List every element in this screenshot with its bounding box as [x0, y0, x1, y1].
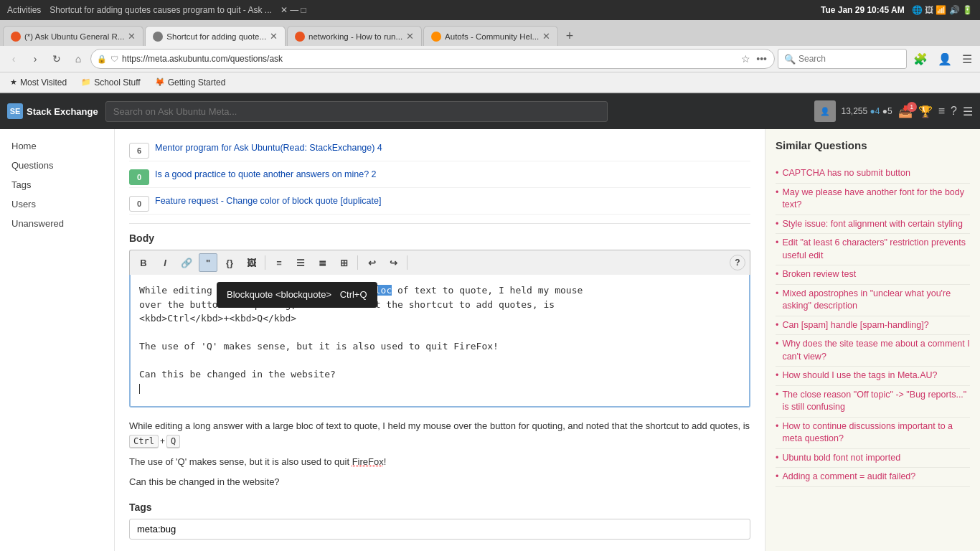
- sidebar-item-tags[interactable]: Tags: [0, 175, 114, 194]
- toolbar-indent[interactable]: ≣: [313, 253, 331, 272]
- se-achievements-icon[interactable]: 🏆: [918, 105, 933, 118]
- toolbar-code[interactable]: {}: [220, 253, 239, 272]
- browser-chrome: (*) Ask Ubuntu General R... ✕ Shortcut f…: [0, 20, 980, 93]
- toolbar-help[interactable]: ?: [730, 255, 745, 270]
- os-icons: 🌐 🖼 📶 🔊 🔋: [912, 5, 973, 15]
- preview-text-2: The use of 'Q' makes sense, but it is al…: [129, 455, 750, 470]
- tab-close-2[interactable]: ✕: [270, 31, 278, 42]
- editor-area[interactable]: Blockquote <blockquote> Ctrl+Q While edi…: [129, 275, 750, 408]
- profile-button[interactable]: 👤: [934, 50, 956, 68]
- tab-close-4[interactable]: ✕: [542, 31, 550, 42]
- sidebar-item-questions[interactable]: Questions: [0, 156, 114, 175]
- url-input[interactable]: [122, 54, 736, 64]
- se-logo-icon: SE: [7, 103, 23, 119]
- tab-close-1[interactable]: ✕: [128, 31, 136, 42]
- toolbar-image[interactable]: 🖼: [242, 253, 260, 272]
- section-divider: [129, 223, 750, 224]
- similar-item-0: • CAPTCHA has no submit button: [776, 164, 970, 184]
- extensions-button[interactable]: 🧩: [910, 50, 931, 68]
- similar-link-2[interactable]: Style issue: font alignment with certain…: [782, 218, 963, 231]
- toolbar-link[interactable]: 🔗: [177, 253, 196, 272]
- se-inbox-badge: 1: [907, 102, 917, 112]
- toolbar-unordered-list[interactable]: ☰: [291, 253, 310, 272]
- search-input[interactable]: [798, 54, 899, 64]
- new-tab-button[interactable]: +: [560, 26, 580, 46]
- similar-link-10[interactable]: How to continue discussions important to…: [782, 420, 970, 446]
- se-inbox-icon[interactable]: 📥 1: [898, 105, 913, 118]
- tooltip-shortcut: Ctrl+Q: [340, 289, 367, 300]
- address-bar[interactable]: 🔒 🛡 ☆ •••: [90, 49, 775, 69]
- se-hamburger-icon[interactable]: ☰: [963, 105, 973, 118]
- toolbar-blockquote[interactable]: ": [199, 253, 217, 272]
- se-avatar[interactable]: 👤: [814, 100, 836, 122]
- toolbar-table[interactable]: ⊞: [334, 253, 353, 272]
- se-header-right: 👤 13,255 ●4 ●5 📥 1 🏆 ≡ ? ☰: [814, 100, 973, 122]
- similar-link-11[interactable]: Ubuntu bold font not imported: [782, 452, 900, 465]
- tab-ask-ubuntu[interactable]: (*) Ask Ubuntu General R... ✕: [3, 26, 143, 46]
- similar-link-0[interactable]: CAPTCHA has no submit button: [782, 167, 910, 180]
- similar-link-4[interactable]: Broken review test: [782, 268, 856, 281]
- se-logo-text: Stack Exchange: [27, 106, 98, 117]
- se-app: SE Stack Exchange 👤 13,255 ●4 ●5 📥 1 🏆 ≡…: [0, 93, 980, 551]
- similar-link-8[interactable]: How should I use the tags in Meta.AU?: [782, 369, 937, 382]
- body-label: Body: [129, 232, 750, 244]
- vote-count-1: 6: [129, 143, 149, 159]
- similar-link-1[interactable]: May we please have another font for the …: [782, 187, 970, 212]
- browser-menu-button[interactable]: ☰: [958, 50, 976, 68]
- forward-button[interactable]: ›: [26, 50, 44, 68]
- bookmark-school-stuff[interactable]: 📁 School Stuff: [77, 76, 145, 89]
- sidebar-item-home[interactable]: Home: [0, 136, 114, 156]
- toolbar-redo[interactable]: ↪: [384, 253, 402, 272]
- similar-link-5[interactable]: Mixed apostrophes in "unclear what you'r…: [782, 288, 970, 313]
- toolbar-undo[interactable]: ↩: [362, 253, 381, 272]
- body-section: Body B I 🔗 " {} 🖼 ≡ ☰ ≣ ⊞ ↩ ↪: [129, 232, 750, 408]
- similar-link-7[interactable]: Why does the site tease me about a comme…: [782, 338, 970, 363]
- se-help-icon[interactable]: ≡: [938, 105, 945, 118]
- editor-toolbar: B I 🔗 " {} 🖼 ≡ ☰ ≣ ⊞ ↩ ↪ ?: [129, 250, 750, 275]
- address-menu-button[interactable]: •••: [755, 52, 768, 66]
- toolbar-bold[interactable]: B: [134, 253, 153, 272]
- related-title-3[interactable]: Feature request - Change color of block …: [155, 196, 381, 206]
- toolbar-sep-1: [265, 255, 265, 270]
- se-search-bar[interactable]: [105, 101, 608, 122]
- back-button[interactable]: ‹: [4, 50, 23, 68]
- tags-input[interactable]: [129, 519, 750, 540]
- similar-link-6[interactable]: Can [spam] handle [spam-handling]?: [782, 319, 928, 332]
- se-header: SE Stack Exchange 👤 13,255 ●4 ●5 📥 1 🏆 ≡…: [0, 93, 980, 129]
- tab-shortcut[interactable]: Shortcut for adding quote... ✕: [145, 26, 286, 46]
- preview-kbd-q: Q: [166, 435, 180, 448]
- bookmark-most-visited[interactable]: ★ Most Visited: [6, 76, 71, 89]
- similar-link-9[interactable]: The close reason "Off topic" -> "Bug rep…: [782, 389, 970, 414]
- nav-bar: ‹ › ↻ ⌂ 🔒 🛡 ☆ ••• 🔍 🧩 👤 ☰: [0, 46, 980, 72]
- toolbar-sep-3: [407, 255, 407, 270]
- se-search-input[interactable]: [105, 101, 608, 122]
- tab-autofs[interactable]: Autofs - Community Hel... ✕: [423, 26, 558, 46]
- tab-close-3[interactable]: ✕: [406, 31, 414, 42]
- blockquote-tooltip: Blockquote <blockquote> Ctrl+Q: [217, 282, 377, 308]
- bookmark-star-button[interactable]: ☆: [740, 52, 752, 66]
- toolbar-ordered-list[interactable]: ≡: [270, 253, 288, 272]
- se-help-circle-icon[interactable]: ?: [951, 105, 957, 118]
- tooltip-label: Blockquote <blockquote>: [227, 289, 331, 300]
- search-box[interactable]: 🔍: [778, 49, 907, 69]
- related-title-1[interactable]: Mentor program for Ask Ubuntu(Read: Stac…: [155, 143, 382, 153]
- bookmark-label-most-visited: Most Visited: [20, 77, 67, 88]
- sidebar-item-users[interactable]: Users: [0, 194, 114, 214]
- similar-item-3: • Edit "at least 6 characters" restricti…: [776, 234, 970, 265]
- home-button[interactable]: ⌂: [69, 50, 88, 68]
- reload-button[interactable]: ↻: [47, 50, 66, 68]
- tab-networking[interactable]: networking - How to run... ✕: [287, 26, 422, 46]
- toolbar-italic[interactable]: I: [156, 253, 174, 272]
- tags-label: Tags: [129, 501, 750, 513]
- bullet-icon-12: •: [776, 471, 778, 481]
- sidebar-item-unanswered[interactable]: Unanswered: [0, 214, 114, 233]
- activities-label[interactable]: Activities: [7, 5, 41, 15]
- related-title-2[interactable]: Is a good practice to quote another answ…: [155, 169, 377, 179]
- lock-icon: 🔒: [97, 55, 107, 64]
- se-logo[interactable]: SE Stack Exchange: [7, 103, 98, 119]
- tab-label-4: Autofs - Community Hel...: [445, 32, 539, 41]
- bookmark-getting-started[interactable]: 🦊 Getting Started: [151, 76, 230, 89]
- similar-link-12[interactable]: Adding a comment = audit failed?: [782, 471, 915, 484]
- vote-count-2: 0: [129, 169, 149, 185]
- similar-link-3[interactable]: Edit "at least 6 characters" restriction…: [782, 237, 970, 262]
